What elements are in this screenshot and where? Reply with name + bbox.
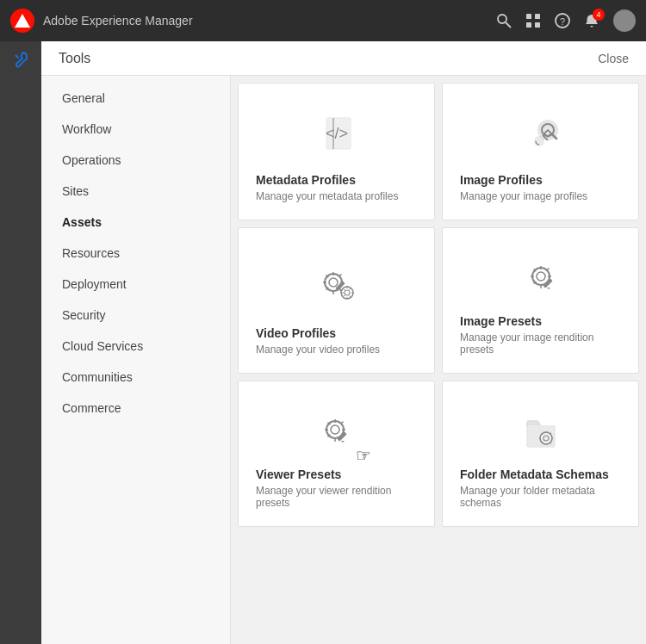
- app-title: Adobe Experience Manager: [43, 14, 193, 28]
- card-desc: Manage your metadata profiles: [256, 190, 398, 202]
- card-icon-area: [256, 245, 417, 326]
- left-nav: General Workflow Operations Sites Assets…: [41, 76, 231, 644]
- app-logo[interactable]: [10, 9, 34, 33]
- topnav-left: Adobe Experience Manager: [10, 9, 193, 33]
- search-icon[interactable]: [496, 13, 512, 28]
- help-icon[interactable]: ?: [555, 13, 570, 28]
- svg-point-25: [331, 425, 339, 434]
- sidebar-item-cloud-services[interactable]: Cloud Services: [41, 331, 230, 362]
- card-icon-area: </>: [256, 101, 417, 173]
- notification-badge: 4: [593, 9, 605, 21]
- card-video-profiles[interactable]: Video Profiles Manage your video profile…: [238, 227, 435, 374]
- card-title: Metadata Profiles: [256, 173, 356, 187]
- svg-marker-23: [547, 288, 550, 289]
- tools-title: Tools: [59, 51, 90, 66]
- card-icon-area: [460, 245, 621, 314]
- sidebar-item-sites[interactable]: Sites: [41, 176, 230, 207]
- sidebar-item-general[interactable]: General: [41, 83, 230, 114]
- sidebar-item-communities[interactable]: Communities: [41, 362, 230, 393]
- sidebar-item-security[interactable]: Security: [41, 300, 230, 331]
- card-desc: Manage your folder metadata schemas: [460, 485, 621, 509]
- card-desc: Manage your image profiles: [460, 190, 587, 202]
- topnav-right: ? 4: [496, 9, 636, 32]
- main-area: General Workflow Operations Sites Assets…: [41, 76, 646, 644]
- sidebar-item-assets[interactable]: Assets: [41, 207, 230, 238]
- sidebar-item-commerce[interactable]: Commerce: [41, 393, 230, 424]
- tools-header: Tools Close: [41, 41, 646, 76]
- user-avatar[interactable]: [613, 9, 636, 32]
- card-folder-metadata-schemas[interactable]: Folder Metadata Schemas Manage your fold…: [442, 381, 639, 527]
- sidebar-item-resources[interactable]: Resources: [41, 238, 230, 269]
- sidebar-item-workflow[interactable]: Workflow: [41, 114, 230, 145]
- sidebar-item-operations[interactable]: Operations: [41, 145, 230, 176]
- svg-rect-6: [535, 22, 540, 28]
- svg-line-2: [506, 22, 511, 28]
- card-viewer-presets[interactable]: ☞ Viewer Presets Manage your viewer rend…: [238, 381, 435, 527]
- card-icon-area: [460, 399, 621, 468]
- card-title: Image Presets: [460, 314, 542, 328]
- content-area: </> Metadata Profiles Manage your metada…: [231, 76, 646, 644]
- card-title: Image Profiles: [460, 173, 543, 187]
- topnav: Adobe Experience Manager ? 4: [0, 0, 646, 41]
- svg-rect-5: [526, 22, 531, 28]
- svg-point-21: [537, 272, 545, 281]
- svg-marker-19: [339, 290, 343, 292]
- svg-marker-0: [15, 14, 30, 28]
- card-grid: </> Metadata Profiles Manage your metada…: [238, 83, 639, 527]
- notification-icon[interactable]: 4: [584, 13, 599, 28]
- card-desc: Manage your image rendition presets: [460, 331, 621, 356]
- svg-point-1: [498, 15, 506, 23]
- card-desc: Manage your video profiles: [256, 344, 380, 356]
- card-metadata-profiles[interactable]: </> Metadata Profiles Manage your metada…: [238, 83, 435, 220]
- rail-tools-icon[interactable]: [12, 52, 29, 69]
- card-desc: Manage your viewer rendition presets: [256, 485, 417, 509]
- card-icon-area: [460, 101, 621, 173]
- viewer-presets-icon-area: ☞: [309, 407, 364, 459]
- card-title: Viewer Presets: [256, 468, 341, 481]
- svg-text:</>: </>: [325, 125, 347, 142]
- grid-icon[interactable]: [525, 13, 541, 28]
- card-title: Video Profiles: [256, 326, 336, 340]
- card-image-presets[interactable]: Image Presets Manage your image renditio…: [442, 227, 639, 374]
- card-icon-area: ☞: [256, 399, 417, 468]
- svg-rect-4: [535, 14, 540, 19]
- sidebar-rail: [0, 41, 41, 644]
- svg-rect-3: [526, 14, 531, 19]
- svg-marker-27: [341, 441, 345, 443]
- card-image-profiles[interactable]: Image Profiles Manage your image profile…: [442, 83, 639, 220]
- svg-text:?: ?: [560, 16, 565, 27]
- sidebar-item-deployment[interactable]: Deployment: [41, 269, 230, 300]
- card-title: Folder Metadata Schemas: [460, 468, 609, 481]
- close-button[interactable]: Close: [598, 52, 629, 65]
- svg-point-15: [329, 278, 338, 287]
- svg-point-17: [345, 290, 350, 295]
